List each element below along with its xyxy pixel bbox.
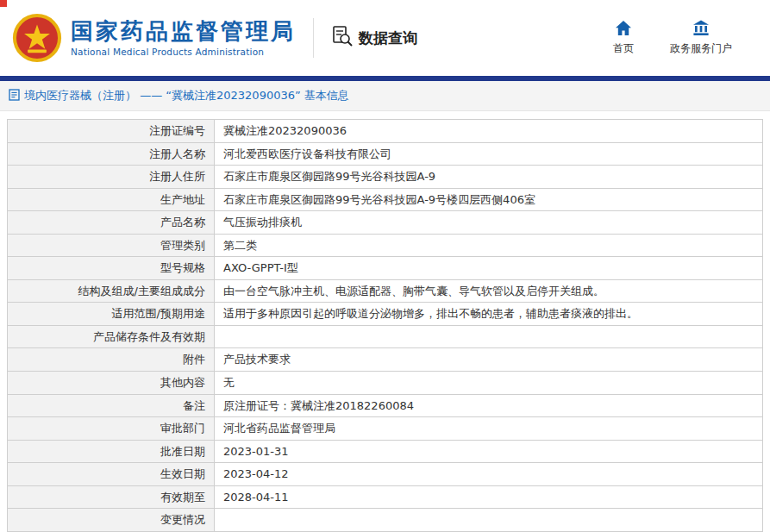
row-label: 变更情况 — [8, 509, 215, 532]
row-value: 适用于多种原因引起的呼吸道分泌物增多，排出不畅的患者，辅助患者痰液的排出。 — [215, 303, 763, 326]
data-query-section: 数据查询 — [331, 25, 417, 51]
national-emblem-logo — [12, 13, 62, 63]
data-query-icon — [331, 25, 354, 51]
row-value: 无 — [215, 372, 763, 395]
breadcrumb: 境内医疗器械（注册） —— “冀械注准20232090036” 基本信息 — [0, 81, 770, 111]
table-row: 注册人住所石家庄市鹿泉区御园路99号光谷科技园A-9 — [8, 166, 763, 189]
row-value: 2028-04-11 — [215, 485, 763, 509]
row-value: 由一台空气脉冲主机、电源适配器、胸带气囊、导气软管以及启停开关组成。 — [215, 279, 763, 303]
table-row: 结构及组成/主要组成成分由一台空气脉冲主机、电源适配器、胸带气囊、导气软管以及启… — [8, 279, 763, 303]
org-name-cn: 国家药品监督管理局 — [71, 19, 296, 44]
row-value: 河北爱西欧医疗设备科技有限公司 — [215, 142, 763, 166]
row-value — [215, 325, 763, 348]
row-value: 石家庄市鹿泉区御园路99号光谷科技园A-9 — [215, 166, 763, 189]
row-value: AXO-GPPT-Ⅰ型 — [215, 257, 763, 280]
site-header: 国家药品监督管理局 National Medical Products Admi… — [0, 0, 770, 76]
government-portal-icon — [692, 20, 710, 39]
table-row: 生产地址石家庄市鹿泉区御园路99号光谷科技园A-9号楼四层西侧406室 — [8, 188, 763, 211]
breadcrumb-text: 境内医疗器械（注册） —— “冀械注准20232090036” 基本信息 — [24, 88, 349, 103]
row-label: 产品储存条件及有效期 — [8, 325, 215, 348]
row-value: 2023-04-12 — [215, 463, 763, 486]
row-label: 有效期至 — [8, 485, 215, 509]
table-row: 变更情况 — [8, 509, 763, 532]
row-value: 河北省药品监督管理局 — [215, 417, 763, 441]
row-label: 注册人名称 — [8, 142, 215, 166]
corner-marker — [0, 0, 7, 7]
nav-government-portal[interactable]: 政务服务门户 — [670, 20, 732, 56]
row-value: 冀械注准20232090036 — [215, 120, 763, 143]
document-icon — [9, 89, 20, 103]
row-label: 其他内容 — [8, 372, 215, 395]
table-row: 产品名称气压振动排痰机 — [8, 211, 763, 235]
row-value: 气压振动排痰机 — [215, 211, 763, 235]
row-label: 型号规格 — [8, 257, 215, 280]
org-name-en: National Medical Products Administration — [71, 47, 296, 57]
table-row: 批准日期2023-01-31 — [8, 440, 763, 463]
row-value: 2023-01-31 — [215, 440, 763, 463]
row-label: 注册证编号 — [8, 120, 215, 143]
table-row: 附件产品技术要求 — [8, 348, 763, 372]
row-label: 审批部门 — [8, 417, 215, 441]
row-label: 产品名称 — [8, 211, 215, 235]
main-content: 注册证编号冀械注准20232090036注册人名称河北爱西欧医疗设备科技有限公司… — [0, 111, 770, 532]
row-value: 原注册证号：冀械注准20182260084 — [215, 394, 763, 417]
nav-home[interactable]: 首页 — [613, 20, 634, 56]
table-row: 注册人名称河北爱西欧医疗设备科技有限公司 — [8, 142, 763, 166]
table-row: 审批部门河北省药品监督管理局 — [8, 417, 763, 441]
header-divider — [313, 18, 314, 58]
row-label: 管理类别 — [8, 234, 215, 257]
row-label: 附件 — [8, 348, 215, 372]
header-nav: 首页 政务服务门户 — [613, 20, 756, 56]
data-query-label: 数据查询 — [359, 28, 417, 48]
table-row: 管理类别第二类 — [8, 234, 763, 257]
home-icon — [615, 20, 632, 39]
row-value — [215, 509, 763, 532]
row-label: 批准日期 — [8, 440, 215, 463]
table-row: 型号规格AXO-GPPT-Ⅰ型 — [8, 257, 763, 280]
brand-text: 国家药品监督管理局 National Medical Products Admi… — [71, 19, 296, 57]
table-row: 产品储存条件及有效期 — [8, 325, 763, 348]
brand-logo-link[interactable]: 国家药品监督管理局 National Medical Products Admi… — [12, 13, 296, 63]
table-row: 注册证编号冀械注准20232090036 — [8, 120, 763, 143]
row-label: 适用范围/预期用途 — [8, 303, 215, 326]
row-value: 第二类 — [215, 234, 763, 257]
table-row: 备注原注册证号：冀械注准20182260084 — [8, 394, 763, 417]
table-row: 其他内容无 — [8, 372, 763, 395]
nav-government-portal-label: 政务服务门户 — [670, 41, 732, 56]
table-row: 有效期至2028-04-11 — [8, 485, 763, 509]
row-label: 生效日期 — [8, 463, 215, 486]
nav-home-label: 首页 — [613, 41, 634, 56]
row-value: 石家庄市鹿泉区御园路99号光谷科技园A-9号楼四层西侧406室 — [215, 188, 763, 211]
table-row: 适用范围/预期用途适用于多种原因引起的呼吸道分泌物增多，排出不畅的患者，辅助患者… — [8, 303, 763, 326]
row-label: 生产地址 — [8, 188, 215, 211]
row-label: 备注 — [8, 394, 215, 417]
row-value: 产品技术要求 — [215, 348, 763, 372]
table-row: 生效日期2023-04-12 — [8, 463, 763, 486]
row-label: 注册人住所 — [8, 166, 215, 189]
registration-info-table: 注册证编号冀械注准20232090036注册人名称河北爱西欧医疗设备科技有限公司… — [7, 119, 763, 532]
row-label: 结构及组成/主要组成成分 — [8, 279, 215, 303]
